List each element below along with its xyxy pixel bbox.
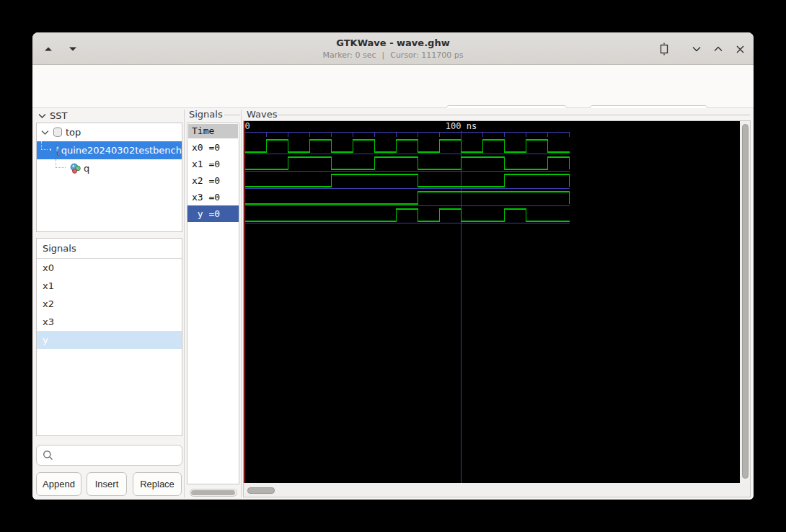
sst-tree-panel: top quine20240302testbench xyxy=(36,123,182,232)
tree-guide xyxy=(56,159,66,168)
close-icon xyxy=(736,45,744,53)
wave-hscrollbar[interactable] xyxy=(244,484,740,497)
expander-down-icon xyxy=(38,113,46,119)
tree-item-label: q xyxy=(84,163,89,174)
wave-vscrollbar[interactable] xyxy=(741,121,750,483)
main-area: SST top quine20240 xyxy=(32,108,754,500)
scope-icon xyxy=(53,127,63,138)
facility-list-header: Signals xyxy=(37,239,182,259)
window-up-button[interactable] xyxy=(708,40,728,58)
module-icon xyxy=(54,144,58,156)
window-title: GTKWave - wave.ghw xyxy=(32,37,754,48)
facility-item-y[interactable]: y xyxy=(37,331,182,349)
tree-item-label: quine20240302testbench xyxy=(61,145,182,156)
wave-vscrollbar-thumb[interactable] xyxy=(742,124,749,479)
svg-text:100 ns: 100 ns xyxy=(446,121,477,131)
wave-svg: 0100 ns xyxy=(244,121,740,483)
chevron-down-icon xyxy=(692,46,701,52)
tree-item-top[interactable]: top xyxy=(37,123,182,141)
tree-item-q[interactable]: q xyxy=(37,159,182,177)
chevron-up-icon xyxy=(714,46,723,52)
append-button[interactable]: Append xyxy=(36,472,81,496)
insert-button[interactable]: Insert xyxy=(87,472,127,496)
toolbar: From: To: xyxy=(32,65,754,108)
waves-frame-line xyxy=(278,115,750,115)
wave-name-row[interactable]: x2 =0 xyxy=(187,172,239,189)
wave-name-row-selected[interactable]: y =0 xyxy=(187,205,239,222)
tree-item-testbench[interactable]: quine20240302testbench xyxy=(37,141,182,159)
wave-name-row[interactable]: x3 =0 xyxy=(187,189,239,205)
names-hscrollbar[interactable] xyxy=(190,489,237,497)
sst-header-label: SST xyxy=(50,110,67,121)
wave-name-row[interactable]: x0 =0 xyxy=(187,139,239,156)
module-icon xyxy=(70,163,81,174)
wave-names-panel: Time x0 =0 x1 =0 x2 =0 x3 =0 y =0 xyxy=(187,123,239,484)
sst-header[interactable]: SST xyxy=(38,110,67,121)
expander-down-icon[interactable] xyxy=(41,130,49,136)
signal-search-box xyxy=(36,445,182,466)
restore-icon xyxy=(658,43,670,56)
facility-item-x0[interactable]: x0 xyxy=(37,259,182,277)
tree-guide xyxy=(41,141,48,150)
window-restore-button[interactable] xyxy=(654,40,674,58)
expander-down-icon[interactable] xyxy=(49,148,51,154)
signals-frame-line xyxy=(224,115,240,115)
svg-text:0: 0 xyxy=(245,121,250,131)
wave-name-row[interactable]: x1 =0 xyxy=(187,156,239,172)
signals-frame-label: Signals xyxy=(189,109,223,120)
status-separator: | xyxy=(381,50,384,60)
wave-hscrollbar-thumb[interactable] xyxy=(247,487,275,494)
gtkwave-window: GTKWave - wave.ghw Marker: 0 sec|Cursor:… xyxy=(32,32,754,500)
waves-frame-label: Waves xyxy=(247,109,277,120)
waves-splitter[interactable] xyxy=(241,110,242,497)
marker-status: Marker: 0 sec xyxy=(322,50,376,60)
facility-item-x1[interactable]: x1 xyxy=(37,277,182,295)
facility-list-panel: Signals x0 x1 x2 x3 y xyxy=(36,238,182,436)
search-input[interactable] xyxy=(56,450,182,461)
waves-frame: 0100 ns xyxy=(243,120,751,497)
facility-item-x2[interactable]: x2 xyxy=(37,295,182,313)
cursor-status: Cursor: 111700 ps xyxy=(390,50,463,60)
headerbar: GTKWave - wave.ghw Marker: 0 sec|Cursor:… xyxy=(32,32,754,65)
wave-canvas[interactable]: 0100 ns xyxy=(244,121,740,483)
window-close-button[interactable] xyxy=(730,40,750,58)
facility-item-x3[interactable]: x3 xyxy=(37,313,182,331)
left-splitter[interactable] xyxy=(184,110,185,497)
tree-item-label: top xyxy=(66,127,81,138)
window-down-button[interactable] xyxy=(686,40,707,58)
window-status: Marker: 0 sec|Cursor: 111700 ps xyxy=(32,50,754,60)
time-header: Time xyxy=(188,124,238,138)
names-hscrollbar-thumb[interactable] xyxy=(191,490,235,495)
replace-button[interactable]: Replace xyxy=(133,472,182,496)
magnifier-icon xyxy=(43,450,53,461)
